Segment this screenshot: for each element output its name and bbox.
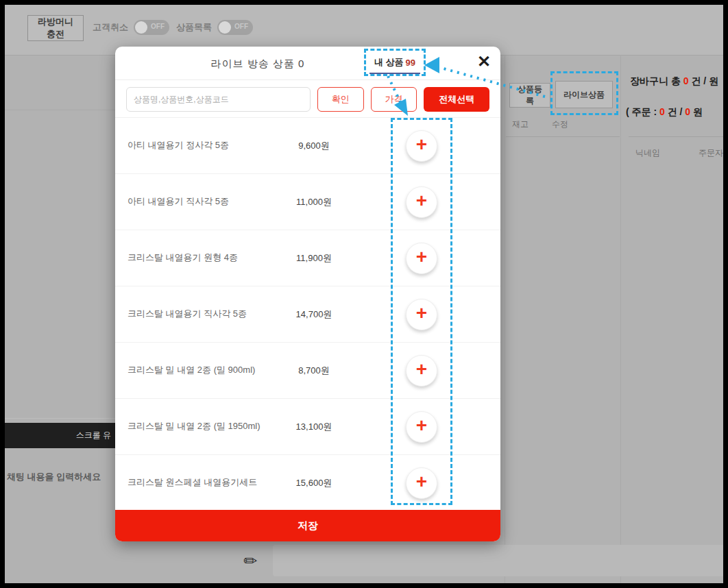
scroll-keep-bar[interactable]: 스크롤 유 [5,423,115,448]
plus-icon: + [416,135,427,154]
my-products-label: 내 상품 [374,56,404,69]
plus-cell: + [391,130,452,162]
plus-icon: + [416,472,427,491]
divider [506,136,620,137]
plus-cell: + [391,299,452,330]
product-row: 크리스탈 내열용기 원형 4종 11,900원 + [115,230,500,286]
toggle-knob [135,21,147,34]
divider [629,136,723,137]
chat-input-area[interactable] [273,545,723,576]
product-name: 크리스탈 원스페셜 내열용기세트 [128,475,273,490]
order-suffix: 원 [693,106,703,117]
tab-product-register[interactable]: 상품등록 [509,83,550,108]
plus-icon: + [416,360,427,379]
modal-title: 라이브 방송 상품 0 [175,58,340,71]
column-header-nickname: 닉네임 [635,147,660,159]
order-count: 0 [659,106,665,117]
plus-cell: + [391,243,452,274]
panel-divider [620,55,621,583]
toggle-state-label: OFF [234,23,248,30]
toggle-knob [219,21,231,34]
search-toolbar: 확인 가격 전체선택 [115,80,500,117]
chat-input-placeholder[interactable]: 채팅 내용을 입력하세요 [7,471,101,483]
plus-icon: + [416,247,427,267]
product-price: 13,100원 [273,421,355,433]
add-product-button[interactable]: + [406,186,437,218]
cart-summary: 장바구니 총 0 건 / 원 [630,75,723,88]
customer-cancel-label: 고객취소 [93,21,128,34]
live-product-modal: 라이브 방송 상품 0 내 상품 99 ✕ 확인 가격 전체선택 아티 내열용기… [115,47,500,541]
tab-live-products[interactable]: 라이브상품 [555,81,613,108]
product-name: 크리스탈 밀 내열 2종 (밀 900ml) [128,363,273,378]
product-price: 11,000원 [273,196,355,208]
column-header-edit: 수정 [552,119,568,130]
panel-divider [505,55,505,583]
modal-header: 라이브 방송 상품 0 내 상품 99 ✕ [115,47,500,80]
my-products-button[interactable]: 내 상품 99 [364,49,426,76]
customer-cancel-toggle-group: 고객취소 OFF [93,20,169,35]
product-name: 크리스탈 내열용기 직사각 5종 [128,306,273,321]
column-header-orderer: 주문자 [699,147,723,159]
product-list-label: 상품목록 [176,21,212,34]
product-row: 크리스탈 밀 내열 2종 (밀 900ml) 8,700원 + [115,343,500,399]
order-table-headers: 닉네임 주문자 [635,147,723,159]
cart-count: 0 [683,75,689,86]
charge-money-button[interactable]: 라방머니 충전 [27,15,84,41]
select-all-button[interactable]: 전체선택 [424,87,489,112]
product-price: 15,600원 [273,477,355,489]
product-row: 크리스탈 밀 내열 2종 (밀 1950ml) 13,100원 + [115,399,500,455]
column-header-stock: 재고 [512,119,529,130]
product-price: 14,700원 [273,308,355,321]
product-name: 아티 내열용기 정사각 5종 [128,138,273,153]
divider [5,418,115,419]
plus-cell: + [391,355,452,387]
add-product-button[interactable]: + [406,299,437,330]
product-row: 아티 내열용기 정사각 5종 9,600원 + [115,118,500,174]
order-summary: ( 주문 : 0 건 / 0 원 [626,106,723,119]
add-product-button[interactable]: + [406,411,437,443]
scroll-keep-label: 스크롤 유 [76,430,111,441]
product-price: 11,900원 [273,252,355,265]
product-price: 9,600원 [273,140,355,152]
pencil-icon[interactable]: ✏ [243,552,257,571]
plus-icon: + [416,191,427,210]
product-row: 크리스탈 내열용기 직사각 5종 14,700원 + [115,286,500,343]
add-product-button[interactable]: + [406,130,437,162]
product-price: 8,700원 [273,365,355,377]
order-amount: 0 [685,106,690,117]
product-list-toggle-group: 상품목록 OFF [176,20,253,35]
plus-cell: + [391,411,452,443]
customer-cancel-toggle[interactable]: OFF [134,20,169,35]
cart-suffix: 건 / 원 [691,75,718,86]
plus-cell: + [391,186,452,218]
add-product-button[interactable]: + [406,467,437,499]
product-row: 크리스탈 원스페셜 내열용기세트 15,600원 + [115,455,500,511]
divider [5,110,115,110]
product-list: 아티 내열용기 정사각 5종 9,600원 + 아티 내열용기 직사각 5종 1… [115,117,500,511]
plus-icon: + [416,416,427,435]
product-list-toggle[interactable]: OFF [217,20,253,35]
add-product-button[interactable]: + [406,355,437,387]
add-product-button[interactable]: + [406,243,437,274]
plus-cell: + [391,467,452,499]
save-button[interactable]: 저장 [115,510,500,541]
my-products-count: 99 [406,58,415,68]
app-screen: 라방머니 충전 고객취소 OFF 상품목록 OFF 상품등록 라이브상품 재고 … [5,5,723,583]
order-mid: 건 / [668,106,683,117]
product-name: 아티 내열용기 직사각 5종 [128,194,273,209]
my-products-underline [369,73,420,74]
toggle-state-label: OFF [151,23,165,30]
product-row: 아티 내열용기 직사각 5종 11,000원 + [115,174,500,230]
price-button[interactable]: 가격 [371,87,417,112]
close-icon[interactable]: ✕ [477,53,491,70]
confirm-button[interactable]: 확인 [317,87,364,112]
cart-prefix: 장바구니 총 [630,75,681,86]
order-prefix: ( 주문 : [626,106,657,117]
plus-icon: + [416,304,427,323]
product-name: 크리스탈 밀 내열 2종 (밀 1950ml) [128,419,273,434]
product-name: 크리스탈 내열용기 원형 4종 [128,250,273,265]
product-search-input[interactable] [126,87,311,112]
